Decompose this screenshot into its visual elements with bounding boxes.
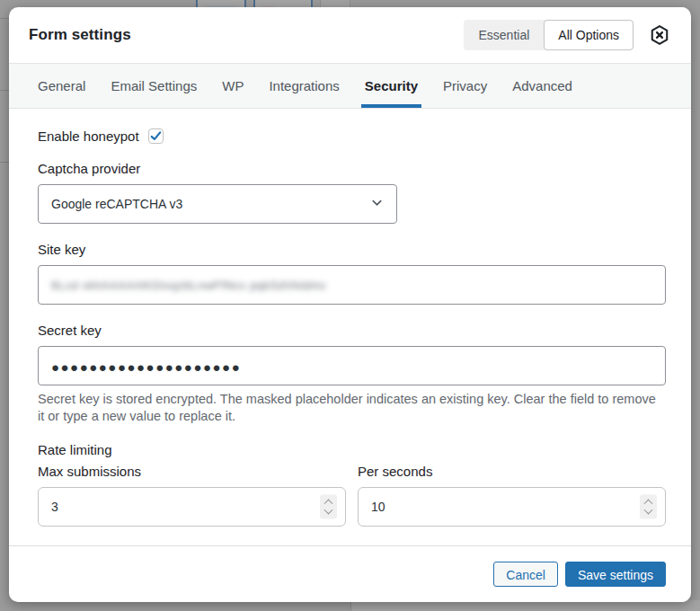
save-settings-button[interactable]: Save settings [565,562,666,587]
honeypot-row: Enable honeypot [38,128,666,144]
captcha-provider-group: Captcha provider Google reCAPTCHA v3 [38,161,666,224]
background-row-divider [0,90,9,91]
secret-key-masked-value: ●●●●●●●●●●●●●●●●●●●● [51,359,241,374]
security-settings-panel: Enable honeypot Captcha provider Google … [9,109,691,545]
modal-header: Form settings Essential All Options [9,7,691,63]
rate-limiting-section: Rate limiting Max submissions 3 Per seco… [38,442,666,527]
per-seconds-label: Per seconds [358,464,666,479]
site-key-input[interactable]: 6Lcd vkhAAAAAKGtvqzbLnwFfNcs pqkSdVkldmv [38,265,666,305]
background-row-divider [0,18,9,19]
honeypot-checkbox[interactable] [148,128,164,144]
site-key-label: Site key [38,242,666,257]
max-submissions-label: Max submissions [38,464,346,479]
options-mode-toggle: Essential All Options [464,20,634,50]
site-key-group: Site key 6Lcd vkhAAAAAKGtvqzbLnwFfNcs pq… [38,242,666,305]
captcha-provider-value: Google reCAPTCHA v3 [51,197,182,211]
modal-footer: Cancel Save settings [9,545,691,602]
secret-key-label: Secret key [38,323,666,338]
per-seconds-input[interactable]: 10 [358,487,666,527]
tab-privacy[interactable]: Privacy [443,64,487,108]
number-stepper-icon[interactable] [640,495,657,519]
tab-email-settings[interactable]: Email Settings [111,64,197,108]
rate-limiting-grid: Max submissions 3 Per seconds 10 [38,464,666,527]
tab-general[interactable]: General [38,64,85,108]
tab-advanced[interactable]: Advanced [512,64,572,108]
stepper-down-icon[interactable] [644,506,653,515]
captcha-provider-select[interactable]: Google reCAPTCHA v3 [38,184,397,224]
per-seconds-value: 10 [371,500,385,514]
max-submissions-input[interactable]: 3 [38,487,346,527]
stepper-down-icon[interactable] [324,506,333,515]
rate-limiting-label: Rate limiting [38,442,666,457]
cancel-button[interactable]: Cancel [493,562,558,587]
max-submissions-group: Max submissions 3 [38,464,346,527]
settings-tabbar: General Email Settings WP Integrations S… [9,63,691,109]
modal-title: Form settings [29,26,131,44]
secret-key-input[interactable]: ●●●●●●●●●●●●●●●●●●●● [38,346,666,385]
close-icon[interactable] [646,22,673,49]
captcha-provider-label: Captcha provider [38,161,666,176]
toggle-essential[interactable]: Essential [464,20,544,50]
site-key-redacted-value: 6Lcd vkhAAAAAKGtvqzbLnwFfNcs pqkSdVkldmv [51,279,326,292]
tab-security[interactable]: Security [365,64,418,108]
background-row-divider [0,162,9,163]
max-submissions-value: 3 [51,500,58,514]
number-stepper-icon[interactable] [320,495,337,519]
chevron-down-icon [370,196,384,212]
secret-key-help-text: Secret key is stored encrypted. The mask… [38,391,666,424]
tab-integrations[interactable]: Integrations [269,64,339,108]
header-actions: Essential All Options [464,20,673,50]
secret-key-group: Secret key ●●●●●●●●●●●●●●●●●●●● [38,323,666,385]
toggle-all-options[interactable]: All Options [544,20,634,50]
honeypot-label: Enable honeypot [38,128,139,144]
per-seconds-group: Per seconds 10 [358,464,666,527]
tab-wp[interactable]: WP [222,64,244,108]
form-settings-modal: Form settings Essential All Options Gene… [9,7,691,602]
